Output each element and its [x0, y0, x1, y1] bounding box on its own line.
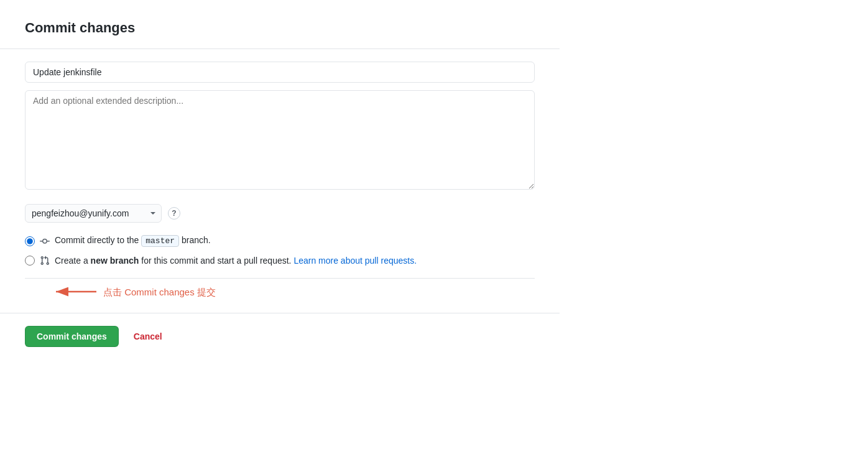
radio-option-new-branch[interactable]: Create a new branch for this commit and …: [25, 256, 535, 266]
commit-changes-button[interactable]: Commit changes: [25, 326, 119, 347]
action-buttons: Commit changes Cancel: [25, 326, 535, 347]
commit-message-input[interactable]: [25, 62, 535, 83]
author-select[interactable]: pengfeizhou@yunify.com: [25, 204, 162, 223]
branch-badge: master: [141, 235, 179, 247]
cancel-button[interactable]: Cancel: [125, 326, 171, 346]
page-container: Commit changes pengfeizhou@yunify.com ? …: [0, 0, 560, 367]
top-divider: [0, 49, 560, 49]
annotation-row: 点击 Commit changes 提交: [25, 278, 535, 313]
help-icon[interactable]: ?: [168, 207, 180, 220]
radio-new-branch[interactable]: [25, 256, 35, 266]
page-title: Commit changes: [25, 20, 535, 36]
annotation-text: 点击 Commit changes 提交: [103, 287, 216, 299]
radio-new-branch-label: Create a new branch for this commit and …: [55, 256, 417, 266]
learn-more-link[interactable]: Learn more about pull requests.: [293, 256, 417, 266]
author-row: pengfeizhou@yunify.com ?: [25, 204, 535, 223]
footer-divider: [0, 313, 560, 313]
radio-option-direct[interactable]: Commit directly to the master branch.: [25, 235, 535, 247]
radio-section: Commit directly to the master branch. Cr…: [25, 235, 535, 266]
commit-icon: [40, 236, 50, 246]
arrow-annotation: [50, 282, 99, 303]
radio-direct-label: Commit directly to the master branch.: [55, 235, 211, 247]
commit-description-textarea[interactable]: [25, 90, 535, 190]
radio-direct[interactable]: [25, 236, 35, 246]
pull-request-icon: [40, 256, 50, 266]
